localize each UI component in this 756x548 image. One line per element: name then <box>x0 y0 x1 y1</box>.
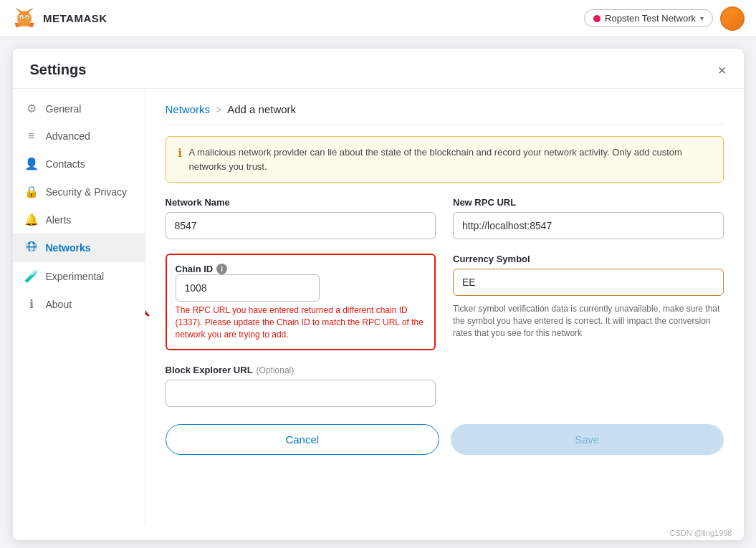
close-button[interactable]: × <box>718 63 727 77</box>
sidebar-item-experimental-label: Experimental <box>46 271 105 282</box>
sidebar-item-advanced[interactable]: ≡ Advanced <box>13 122 145 150</box>
settings-header: Settings × <box>13 49 744 89</box>
sidebar-item-general-label: General <box>46 103 82 115</box>
currency-symbol-label: Currency Symbol <box>453 254 724 264</box>
svg-point-8 <box>17 11 32 27</box>
sliders-icon: ≡ <box>24 130 39 143</box>
sidebar-item-experimental[interactable]: 🧪 Experimental <box>13 262 145 290</box>
breadcrumb: Networks > Add a network <box>166 103 724 125</box>
sidebar-item-networks[interactable]: Networks <box>13 234 145 262</box>
rpc-url-group: New RPC URL <box>453 197 724 239</box>
currency-symbol-hint: Ticker symbol verification data is curre… <box>453 303 724 339</box>
topbar: METAMASK Ropsten Test Network ▾ <box>0 0 756 37</box>
network-selector[interactable]: Ropsten Test Network ▾ <box>584 9 713 27</box>
warning-banner: ℹ A malicious network provider can lie a… <box>166 136 724 183</box>
lock-icon: 🔒 <box>24 185 39 198</box>
error-arrow-annotation <box>145 284 160 344</box>
sidebar-item-alerts-label: Alerts <box>46 214 72 226</box>
chain-id-label: Chain ID i <box>176 264 426 274</box>
settings-modal: Settings × ⚙ General ≡ Advanced 👤 Contac… <box>13 49 744 540</box>
warning-info-icon: ℹ <box>178 146 182 160</box>
app-title: METAMASK <box>43 12 107 24</box>
currency-symbol-input[interactable] <box>453 269 724 296</box>
network-name-group: Network Name <box>166 197 436 239</box>
watermark: CSDN @ling1998 <box>13 526 744 540</box>
svg-point-12 <box>27 16 28 19</box>
chain-id-error-box: Chain ID i The RPC URL you have entered … <box>166 254 436 350</box>
experimental-icon: 🧪 <box>24 269 39 283</box>
currency-symbol-group: Currency Symbol Ticker symbol verificati… <box>453 254 724 350</box>
sidebar-item-alerts[interactable]: 🔔 Alerts <box>13 206 145 234</box>
network-label: Ropsten Test Network <box>605 13 696 24</box>
network-status-dot <box>593 15 601 22</box>
sidebar-item-security[interactable]: 🔒 Security & Privacy <box>13 178 145 206</box>
metamask-logo-icon <box>11 6 37 32</box>
sidebar-item-general[interactable]: ⚙ General <box>13 95 145 122</box>
topbar-left: METAMASK <box>11 6 107 32</box>
chain-id-group: Chain ID i The RPC URL you have entered … <box>166 254 436 350</box>
network-name-input[interactable] <box>166 212 436 239</box>
sidebar: ⚙ General ≡ Advanced 👤 Contacts 🔒 Securi… <box>13 89 145 526</box>
breadcrumb-separator: > <box>216 104 221 115</box>
sidebar-item-about[interactable]: ℹ About <box>13 290 145 318</box>
svg-point-11 <box>21 16 22 19</box>
warning-text: A malicious network provider can lie abo… <box>189 145 712 173</box>
sidebar-item-contacts[interactable]: 👤 Contacts <box>13 150 145 178</box>
form-actions: Cancel Save <box>166 424 724 455</box>
network-name-label: Network Name <box>166 197 436 208</box>
contacts-icon: 👤 <box>24 157 39 170</box>
rpc-url-input[interactable] <box>453 212 724 239</box>
sidebar-item-contacts-label: Contacts <box>46 158 85 170</box>
sidebar-item-networks-label: Networks <box>46 242 91 254</box>
network-icon <box>24 241 39 255</box>
chain-id-info-icon[interactable]: i <box>216 264 227 274</box>
network-form: Network Name New RPC URL <box>166 197 724 407</box>
avatar[interactable] <box>720 6 745 31</box>
block-explorer-group: Block Explorer URL (Optional) <box>166 365 436 407</box>
cancel-button[interactable]: Cancel <box>166 424 440 455</box>
rpc-url-label: New RPC URL <box>453 197 724 208</box>
breadcrumb-current: Add a network <box>227 103 296 115</box>
block-explorer-label: Block Explorer URL (Optional) <box>166 365 436 375</box>
sidebar-item-about-label: About <box>46 299 72 310</box>
chain-id-error-text: The RPC URL you have entered returned a … <box>176 304 426 340</box>
chevron-down-icon: ▾ <box>700 14 704 22</box>
main-content: Networks > Add a network ℹ A malicious n… <box>145 89 744 526</box>
block-explorer-input[interactable] <box>166 380 436 407</box>
sidebar-item-security-label: Security & Privacy <box>46 186 128 198</box>
settings-title: Settings <box>30 62 87 78</box>
block-explorer-optional: (Optional) <box>257 365 295 375</box>
sidebar-item-advanced-label: Advanced <box>46 130 90 142</box>
breadcrumb-networks-link[interactable]: Networks <box>166 103 211 115</box>
gear-icon: ⚙ <box>24 102 39 115</box>
chain-id-input[interactable] <box>176 274 320 302</box>
settings-body: ⚙ General ≡ Advanced 👤 Contacts 🔒 Securi… <box>13 89 744 526</box>
bell-icon: 🔔 <box>24 213 39 226</box>
save-button[interactable]: Save <box>451 424 724 455</box>
topbar-right: Ropsten Test Network ▾ <box>584 6 745 31</box>
info-circle-icon: ℹ <box>24 297 39 311</box>
